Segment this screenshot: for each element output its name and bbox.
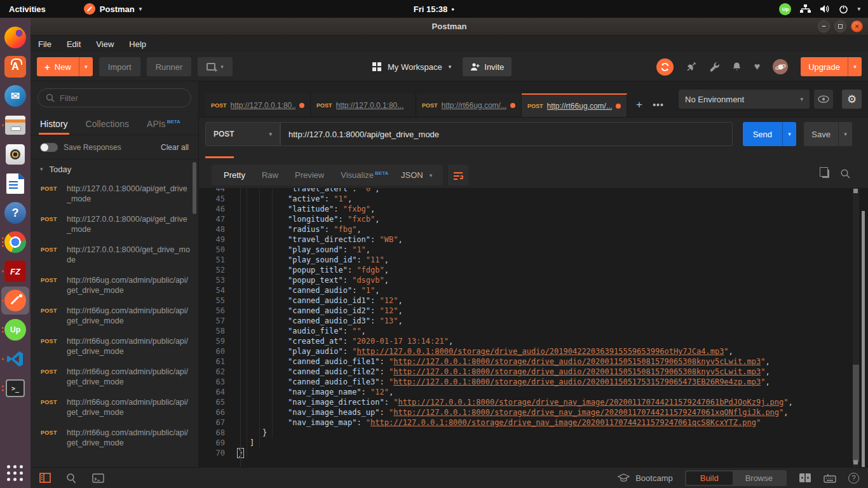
- keyboard-shortcuts-icon[interactable]: [824, 473, 836, 483]
- two-pane-icon[interactable]: [799, 473, 811, 483]
- dock-item-upwork[interactable]: Up: [1, 316, 29, 344]
- save-responses-toggle[interactable]: [40, 143, 58, 152]
- response-scrollbar-thumb[interactable]: [853, 365, 859, 462]
- history-item[interactable]: POSThttp://rt66ug.com/admin/public/api/g…: [31, 423, 198, 453]
- history-item[interactable]: POSThttp://rt66ug.com/admin/public/api/g…: [31, 331, 198, 362]
- history-item[interactable]: POSThttp://rt66ug.com/admin/public/api/g…: [31, 453, 198, 459]
- activities-button[interactable]: Activities: [0, 0, 55, 18]
- dock-item-archive-manager[interactable]: [1, 111, 29, 139]
- environment-select[interactable]: No Environment ▾: [679, 90, 810, 109]
- copy-icon[interactable]: [822, 170, 829, 178]
- json-link-value[interactable]: http://127.0.0.1:8000/storage/drive_audi…: [393, 357, 761, 366]
- interceptor-satellite-icon[interactable]: [686, 62, 697, 72]
- heart-icon[interactable]: ♥: [754, 61, 761, 72]
- send-dropdown-caret[interactable]: ▾: [782, 122, 796, 146]
- history-group-header[interactable]: ▾ Today: [31, 159, 198, 179]
- method-select[interactable]: POST ▾: [205, 122, 280, 146]
- window-scrollbar[interactable]: [862, 211, 865, 488]
- save-dropdown-caret[interactable]: ▾: [838, 122, 852, 146]
- tab-apis[interactable]: APIsBETA: [147, 119, 180, 135]
- request-tab[interactable]: POSThttp://127.0.0.1:80...: [205, 93, 311, 117]
- json-link-value[interactable]: http://127.0.0.1:8000/storage/drive_nav_…: [393, 408, 779, 417]
- url-input[interactable]: http://127.0.0.1:8000/api/get_drive_mode: [280, 122, 733, 146]
- history-item[interactable]: POSThttp://rt66ug.com/admin/public/api/g…: [31, 362, 198, 392]
- notifications-bell-icon[interactable]: [732, 62, 742, 72]
- json-link-value[interactable]: http://127.0.0.1:8000/storage/drive_audi…: [393, 377, 761, 386]
- dock-item-postman[interactable]: [1, 287, 29, 315]
- tab-overflow-button[interactable]: •••: [651, 97, 666, 112]
- invite-button[interactable]: Invite: [463, 57, 512, 76]
- dock-item-terminal[interactable]: >_: [1, 374, 29, 402]
- wrap-lines-button[interactable]: [448, 165, 468, 186]
- menu-help[interactable]: Help: [129, 39, 146, 49]
- dock-item-filezilla[interactable]: FZ: [1, 257, 29, 285]
- view-tab-raw[interactable]: Raw: [254, 170, 287, 180]
- upwork-tray-icon[interactable]: Up: [779, 3, 791, 15]
- new-dropdown-caret[interactable]: ▾: [79, 57, 93, 76]
- json-link-value[interactable]: http://127.0.0.1:8000/storage/drive_nav_…: [370, 418, 756, 427]
- workspace-switcher[interactable]: My Workspace ▾: [372, 62, 451, 72]
- new-button[interactable]: + New ▾: [37, 57, 93, 76]
- view-tab-preview[interactable]: Preview: [287, 170, 332, 180]
- app-menu[interactable]: Postman ▾: [84, 3, 142, 15]
- send-button[interactable]: Send ▾: [743, 122, 796, 146]
- clear-all-link[interactable]: Clear all: [161, 143, 189, 152]
- view-tab-pretty[interactable]: Pretty: [215, 170, 254, 180]
- import-button[interactable]: Import: [99, 57, 140, 76]
- help-icon[interactable]: ?: [848, 473, 859, 484]
- dock-item-firefox[interactable]: [1, 24, 29, 51]
- history-item[interactable]: POSThttp://rt66ug.com/admin/public/api/g…: [31, 301, 198, 331]
- show-applications-icon[interactable]: [6, 464, 25, 483]
- response-language-select[interactable]: JSON ▾: [395, 165, 443, 186]
- response-search-icon[interactable]: [840, 168, 850, 179]
- history-item[interactable]: POSThttp://127.0.0.1:8000/api/get_drive_…: [31, 209, 198, 240]
- request-tab[interactable]: POSThttp://127.0.0.1:80...: [311, 93, 416, 117]
- history-item[interactable]: POSThttp://rt66ug.com/admin/public/api/g…: [31, 270, 198, 301]
- build-tab[interactable]: Build: [686, 471, 733, 485]
- json-link-value[interactable]: http://127.0.0.1:8000/storage/drive_nav_…: [398, 398, 783, 407]
- dock-item-libreoffice-writer[interactable]: [1, 170, 29, 198]
- dock-item-chrome[interactable]: [1, 228, 29, 256]
- request-tab[interactable]: POSThttp://rt66ug.com/...: [522, 93, 627, 117]
- window-titlebar[interactable]: Postman − ×: [31, 18, 868, 36]
- dock-item-rhythmbox[interactable]: [1, 140, 29, 168]
- open-new-button[interactable]: ▾: [198, 57, 233, 76]
- save-button[interactable]: Save ▾: [804, 122, 852, 146]
- find-icon[interactable]: [66, 473, 77, 484]
- toggle-sidebar-icon[interactable]: [39, 473, 51, 483]
- upgrade-button[interactable]: Upgrade ▾: [801, 57, 862, 76]
- runner-button[interactable]: Runner: [147, 57, 192, 76]
- dock-item-help[interactable]: ?: [1, 199, 29, 227]
- history-item[interactable]: POSThttp://127.0.0.1:8000/get_drive_mode: [31, 240, 198, 270]
- menu-file[interactable]: File: [38, 39, 51, 49]
- dock-item-vscode[interactable]: [1, 345, 29, 373]
- sync-button[interactable]: [656, 58, 674, 76]
- filter-input[interactable]: Filter: [37, 88, 191, 107]
- system-tray[interactable]: Up ▾: [779, 3, 868, 15]
- new-tab-button[interactable]: +: [632, 97, 647, 112]
- history-item[interactable]: POSThttp://rt66ug.com/admin/public/api/g…: [31, 392, 198, 423]
- maximize-button[interactable]: [834, 20, 846, 32]
- browse-tab[interactable]: Browse: [733, 471, 785, 485]
- response-body-viewer[interactable]: 44"travel_alert": "0",45"active": "1",46…: [199, 188, 868, 467]
- json-link-value[interactable]: http://127.0.0.1:8000/storage/drive_audi…: [356, 347, 724, 356]
- bootcamp-button[interactable]: Bootcamp: [618, 473, 673, 483]
- tab-history[interactable]: History: [40, 119, 68, 135]
- history-item[interactable]: POSThttp://127.0.0.1:8000/api/get_drive_…: [31, 179, 198, 209]
- close-button[interactable]: ×: [851, 20, 863, 32]
- menu-edit[interactable]: Edit: [67, 39, 81, 49]
- dock-item-thunderbird[interactable]: ✉: [1, 82, 29, 110]
- environment-settings-button[interactable]: ⚙: [842, 90, 862, 109]
- dock-item-ubuntu-software[interactable]: A: [1, 53, 29, 81]
- request-tab[interactable]: POSThttp://rt66ug.com/...: [416, 93, 522, 117]
- sidebar-scrollbar[interactable]: [193, 162, 196, 214]
- json-link-value[interactable]: http://127.0.0.1:8000/storage/drive_audi…: [393, 367, 761, 376]
- console-icon[interactable]: [92, 473, 104, 483]
- avatar[interactable]: [773, 59, 788, 74]
- upgrade-dropdown-caret[interactable]: ▾: [848, 57, 862, 76]
- view-tab-visualize[interactable]: VisualizeBETA: [332, 170, 397, 180]
- menu-view[interactable]: View: [96, 39, 114, 49]
- minimize-button[interactable]: −: [818, 20, 830, 32]
- settings-wrench-icon[interactable]: [710, 62, 719, 72]
- environment-eye-button[interactable]: [814, 90, 833, 109]
